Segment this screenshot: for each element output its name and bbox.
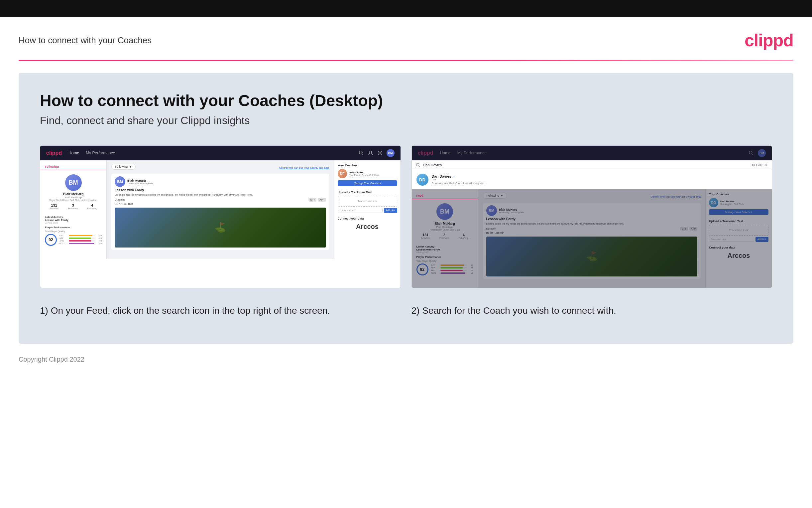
coach-avatar-1: DF bbox=[338, 169, 347, 178]
app-nav-2: clippd Home My Performance BM bbox=[412, 146, 772, 160]
page-title: How to connect with your Coaches bbox=[18, 35, 152, 46]
step-1-desc: 1) On your Feed, click on the search ico… bbox=[40, 304, 401, 317]
step-1-text: On your Feed, click on the search icon i… bbox=[51, 305, 330, 316]
profile-handicap: Plus Handicap bbox=[45, 196, 102, 199]
lesson-card: BM Blair McHarg Yesterday · Sunningleale… bbox=[111, 174, 329, 250]
app-body-1: Following BM Blair McHarg Plus Handicap … bbox=[40, 160, 400, 259]
connect-section-2: Connect your data Arccos bbox=[709, 246, 768, 259]
search-icon[interactable] bbox=[359, 151, 364, 156]
coach-name-1: David Ford bbox=[349, 171, 379, 174]
step-1-number: 1) bbox=[40, 305, 48, 316]
lesson-header: BM Blair McHarg Yesterday · Sunningleale bbox=[115, 176, 326, 187]
stat-activities: 131 Activities bbox=[50, 203, 59, 210]
manage-coaches-btn-2[interactable]: Manage Your Coaches bbox=[709, 209, 768, 215]
latest-activity: Latest Activity Lesson with Fordy 03 Aug… bbox=[40, 214, 106, 224]
app-body-2: Feed BM Blair McHarg Plus Handicap Royal… bbox=[412, 189, 772, 288]
nav-item-home-2: Home bbox=[440, 151, 451, 155]
duration-row: Duration OTT APP bbox=[115, 198, 326, 202]
manage-coaches-btn[interactable]: Manage Your Coaches bbox=[338, 180, 397, 186]
activity-name: Lesson with Fordy bbox=[45, 219, 102, 221]
trackman-input[interactable]: Trackman Link bbox=[338, 208, 383, 213]
coach-club-1: Royal North Devon Golf Club bbox=[349, 174, 379, 176]
tag-app: APP bbox=[318, 198, 326, 202]
result-avatar: DD bbox=[417, 174, 428, 186]
tag-buttons: OTT APP bbox=[308, 198, 326, 202]
nav-item-performance: My Performance bbox=[86, 151, 115, 155]
duration-label: Duration bbox=[115, 198, 125, 201]
lesson-text: Looking to feel like my hands are exitin… bbox=[115, 193, 326, 197]
activity-date: 03 Aug 2022 bbox=[45, 221, 102, 224]
mock-app-1: clippd Home My Performance bbox=[40, 146, 400, 259]
logo: clippd bbox=[745, 30, 794, 50]
search-overlay: Dan Davies CLEAR × DD Dan Davies ✓ Pro bbox=[412, 160, 772, 189]
coaches-title: Your Coaches bbox=[338, 164, 397, 167]
bar-arg: ARG 86 bbox=[59, 240, 102, 242]
profile-card: BM Blair McHarg Plus Handicap Royal Nort… bbox=[40, 172, 106, 214]
screenshots-row: clippd Home My Performance bbox=[40, 145, 772, 288]
app-nav-logo-2: clippd bbox=[418, 150, 433, 156]
stat-following: 4 Following bbox=[87, 203, 97, 210]
step-2-text: Search for the Coach you wish to connect… bbox=[422, 305, 616, 316]
control-link[interactable]: Control who can see your activity and da… bbox=[279, 166, 329, 169]
search-close-btn[interactable]: × bbox=[765, 162, 768, 168]
coaches-title-2: Your Coaches bbox=[709, 193, 768, 196]
following-button[interactable]: Following ▼ bbox=[111, 164, 136, 170]
user-avatar[interactable]: BM bbox=[387, 149, 394, 157]
upload-section: Upload a Trackman Test Trackman Link Tra… bbox=[338, 190, 397, 213]
lesson-title: Lesson with Fordy bbox=[115, 188, 326, 192]
search-icon-2 bbox=[416, 163, 421, 167]
lesson-image: ⛳ bbox=[115, 208, 326, 248]
user-avatar-2: BM bbox=[758, 149, 766, 157]
profile-avatar-2: BM bbox=[436, 203, 453, 220]
perf-bars: OTT 90 APP 85 bbox=[59, 235, 102, 245]
search-result[interactable]: DD Dan Davies ✓ Pro Sunningdale Golf Clu… bbox=[412, 170, 772, 189]
lesson-avatar: BM bbox=[115, 176, 125, 187]
upload-section-2: Upload a Trackman Test Trackman Link Tra… bbox=[709, 220, 768, 242]
svg-point-3 bbox=[379, 152, 381, 154]
trackman-input-row: Trackman Link Add Link bbox=[338, 208, 397, 213]
verified-icon: ✓ bbox=[453, 175, 456, 178]
add-link-btn[interactable]: Add Link bbox=[384, 208, 397, 213]
coach-item-1: DF David Ford Royal North Devon Golf Clu… bbox=[338, 169, 397, 178]
result-name: Dan Davies bbox=[432, 174, 451, 178]
screenshot-2: clippd Home My Performance BM bbox=[412, 145, 772, 288]
feed-tab[interactable]: Following bbox=[40, 164, 106, 170]
profile-club: Royal North Devon Golf Club, United King… bbox=[45, 199, 102, 201]
nav-item-perf-2: My Performance bbox=[457, 151, 487, 155]
person-icon bbox=[368, 151, 373, 156]
steps-row: 1) On your Feed, click on the search ico… bbox=[40, 304, 772, 317]
bar-app: APP 85 bbox=[59, 237, 102, 239]
nav-item-home: Home bbox=[68, 151, 79, 155]
stat-followers: 3 Followers bbox=[68, 203, 78, 210]
svg-line-5 bbox=[752, 154, 753, 155]
header: How to connect with your Coaches clippd bbox=[0, 17, 812, 54]
coach-item-2: DD Dan Davies Sunningdale Golf Club bbox=[709, 198, 768, 207]
middle-panel-2: Following▼ Control who can see your acti… bbox=[478, 189, 706, 288]
perf-score-row: 92 OTT 90 APP bbox=[45, 234, 102, 246]
app-nav-icons-2: BM bbox=[749, 149, 766, 157]
search-input-value[interactable]: Dan Davies bbox=[423, 163, 750, 167]
arccos-logo: Arccos bbox=[338, 223, 397, 230]
right-panel-1: Your Coaches DF David Ford Royal North D… bbox=[334, 160, 400, 259]
step-2-number: 2) bbox=[412, 305, 420, 316]
bar-putt: PUTT 96 bbox=[59, 243, 102, 245]
app-nav-logo: clippd bbox=[46, 150, 62, 156]
main-subtitle: Find, connect and share your Clippd insi… bbox=[40, 115, 772, 127]
result-club: Sunningdale Golf Club, United Kingdom bbox=[432, 182, 485, 185]
step-2-desc: 2) Search for the Coach you wish to conn… bbox=[412, 304, 772, 317]
feed-header: Following ▼ Control who can see your act… bbox=[111, 164, 329, 172]
search-clear-btn[interactable]: CLEAR bbox=[752, 163, 762, 167]
result-role: Pro bbox=[432, 178, 485, 182]
search-bar: Dan Davies CLEAR × bbox=[412, 160, 772, 170]
coach-club-2: Sunningdale Golf Club bbox=[720, 203, 744, 205]
bar-ott: OTT 90 bbox=[59, 235, 102, 237]
svg-line-7 bbox=[419, 166, 420, 167]
tag-ott: OTT bbox=[308, 198, 317, 202]
app-nav-icons: BM bbox=[359, 149, 394, 157]
connect-title: Connect your data bbox=[338, 217, 397, 220]
connect-section: Connect your data Arccos bbox=[338, 217, 397, 230]
gear-icon bbox=[377, 151, 383, 156]
copyright: Copyright Clippd 2022 bbox=[18, 355, 85, 363]
perf-subtitle: Total Player Quality bbox=[45, 230, 102, 232]
trackman-placeholder: Trackman Link bbox=[338, 196, 397, 207]
